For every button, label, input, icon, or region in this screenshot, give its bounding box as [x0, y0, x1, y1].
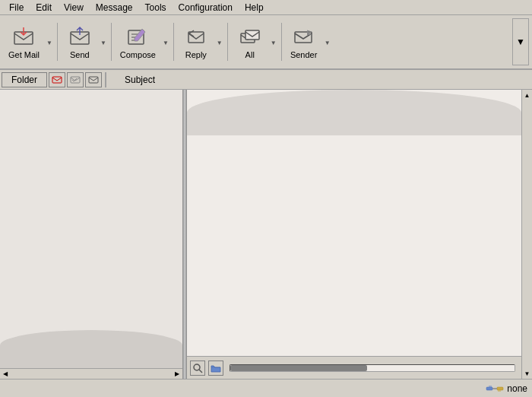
- scrollbar-thumb: [230, 365, 367, 371]
- menu-edit[interactable]: Edit: [30, 1, 58, 14]
- get-mail-button[interactable]: Get Mail: [3, 18, 45, 65]
- message-list-bottom-bar: [187, 356, 521, 379]
- folder-button[interactable]: Folder: [2, 72, 47, 87]
- vscroll-down-arrow[interactable]: ▼: [522, 368, 533, 379]
- compose-label: Compose: [120, 50, 156, 59]
- message-list[interactable]: [187, 90, 521, 356]
- svg-rect-5: [245, 30, 259, 40]
- menu-message[interactable]: Message: [90, 1, 139, 14]
- header-divider: [105, 72, 106, 87]
- toolbar-sep-1: [57, 23, 58, 61]
- reply-group: Reply ▼: [177, 18, 224, 65]
- all-button[interactable]: All: [231, 18, 269, 65]
- send-button[interactable]: Send: [61, 18, 99, 65]
- connector-icon: [486, 383, 504, 394]
- hscroll-track[interactable]: [11, 369, 172, 379]
- sender-icon: [292, 24, 316, 49]
- svg-rect-13: [497, 387, 503, 390]
- send-group: Send ▼: [61, 18, 108, 65]
- main-split: ◀ ▶: [0, 90, 532, 379]
- sender-dropdown[interactable]: ▼: [323, 18, 332, 65]
- send-dropdown[interactable]: ▼: [99, 18, 108, 65]
- statusbar: none: [0, 379, 532, 397]
- reply-arrow-icon: ▼: [217, 40, 223, 46]
- reply-label: Reply: [185, 50, 207, 59]
- toolbar-sep-3: [173, 23, 174, 61]
- sender-arrow-icon: ▼: [325, 40, 331, 46]
- svg-line-11: [199, 370, 202, 373]
- toolbar: Get Mail ▼ Send ▼: [0, 15, 532, 70]
- get-mail-label: Get Mail: [8, 50, 40, 59]
- svg-rect-9: [89, 77, 98, 83]
- toolbar-overflow-arrow-icon: ▼: [516, 37, 525, 47]
- header-divider-2: [112, 72, 116, 87]
- filter-read-icon-btn[interactable]: [49, 72, 65, 87]
- toolbar-sep-5: [281, 23, 282, 61]
- zoom-icon-btn[interactable]: [190, 360, 205, 376]
- send-icon: [68, 24, 92, 49]
- hscroll-left-arrow[interactable]: ◀: [0, 369, 11, 380]
- reply-button[interactable]: Reply: [177, 18, 215, 65]
- all-group: All ▼: [231, 18, 278, 65]
- search-icon: [192, 363, 203, 373]
- folder-header: Folder Subject: [0, 70, 532, 90]
- compose-button[interactable]: Compose: [115, 18, 161, 65]
- compose-arrow-icon: ▼: [163, 40, 169, 46]
- unread-mail-icon: [70, 75, 81, 85]
- vscroll-track[interactable]: [522, 100, 532, 368]
- get-mail-group: Get Mail ▼: [3, 18, 54, 65]
- filter-all-icon-btn[interactable]: [85, 72, 102, 87]
- all-icon: [238, 24, 262, 49]
- compose-dropdown[interactable]: ▼: [161, 18, 170, 65]
- get-mail-arrow-icon: ▼: [46, 40, 52, 46]
- get-mail-icon: [11, 24, 36, 49]
- all-dropdown[interactable]: ▼: [269, 18, 278, 65]
- menu-view[interactable]: View: [58, 1, 90, 14]
- folder-panel-bottom-curve: [0, 330, 182, 368]
- sender-button[interactable]: Sender: [285, 18, 323, 65]
- filter-unread-icon-btn[interactable]: [67, 72, 84, 87]
- all-arrow-icon: ▼: [271, 40, 277, 46]
- toolbar-overflow-dropdown[interactable]: ▼: [512, 18, 529, 65]
- folder-open-icon-btn[interactable]: [208, 360, 223, 376]
- right-panel: [187, 90, 521, 379]
- send-arrow-icon: ▼: [100, 40, 106, 46]
- menu-help[interactable]: Help: [239, 1, 270, 14]
- reply-icon: [184, 24, 208, 49]
- compose-icon: [125, 24, 150, 49]
- folder-horizontal-scrollbar: ◀ ▶: [0, 368, 182, 379]
- get-mail-dropdown[interactable]: ▼: [45, 18, 54, 65]
- menu-configuration[interactable]: Configuration: [173, 1, 239, 14]
- sender-label: Sender: [290, 50, 317, 59]
- hscroll-right-arrow[interactable]: ▶: [172, 369, 182, 380]
- sender-group: Sender ▼: [285, 18, 332, 65]
- svg-rect-7: [52, 77, 62, 83]
- svg-point-10: [194, 364, 200, 370]
- all-mail-icon: [88, 75, 99, 85]
- send-label: Send: [70, 50, 90, 59]
- all-label: All: [245, 50, 255, 59]
- folder-list[interactable]: [0, 90, 182, 330]
- message-list-bottom-curve: [187, 90, 521, 135]
- message-horizontal-scrollbar[interactable]: [230, 364, 515, 372]
- menu-tools[interactable]: Tools: [139, 1, 173, 14]
- vscroll-up-arrow[interactable]: ▲: [522, 90, 533, 100]
- read-mail-icon: [52, 75, 62, 85]
- content-area: Folder Subject: [0, 70, 532, 397]
- subject-column-header: Subject: [119, 73, 530, 87]
- menubar: File Edit View Message Tools Configurati…: [0, 0, 532, 15]
- toolbar-sep-2: [111, 23, 112, 61]
- reply-dropdown[interactable]: ▼: [215, 18, 224, 65]
- svg-rect-3: [188, 32, 204, 43]
- menu-file[interactable]: File: [3, 1, 30, 14]
- toolbar-sep-4: [227, 23, 228, 61]
- message-vertical-scrollbar: ▲ ▼: [521, 90, 532, 379]
- svg-rect-12: [486, 387, 492, 390]
- folder-open-icon: [211, 364, 221, 373]
- connector-status: none: [486, 383, 527, 394]
- compose-group: Compose ▼: [115, 18, 170, 65]
- status-text: none: [507, 383, 527, 394]
- folder-panel: ◀ ▶: [0, 90, 182, 379]
